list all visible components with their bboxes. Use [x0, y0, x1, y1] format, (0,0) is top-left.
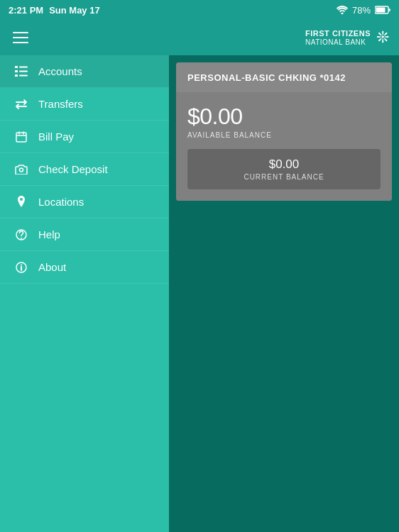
header-logo-text: FIRST CITIZENS NATIONAL BANK	[305, 29, 371, 45]
status-time: 2:21 PM	[9, 5, 43, 16]
sidebar-billpay-label: Bill Pay	[38, 131, 74, 143]
sidebar-item-billpay[interactable]: Bill Pay	[0, 121, 169, 153]
header-logo-right: FIRST CITIZENS NATIONAL BANK ❊	[305, 28, 389, 47]
svg-rect-4	[15, 70, 18, 72]
wifi-icon	[337, 6, 348, 14]
list-icon	[14, 65, 28, 79]
app-container: FIRST CITIZENS NATIONAL BANK ❊	[0, 20, 399, 532]
svg-rect-7	[19, 74, 28, 76]
snowflake-icon: ❊	[376, 28, 389, 47]
calendar-icon	[14, 130, 28, 144]
status-bar: 2:21 PM Sun May 17 78%	[0, 0, 399, 20]
sidebar: Accounts Transfers Bil	[0, 55, 169, 532]
svg-rect-3	[19, 66, 28, 67]
account-title: PERSONAL-BASIC CHKING *0142	[187, 72, 346, 83]
svg-point-9	[20, 168, 23, 172]
transfer-icon	[14, 97, 28, 111]
battery-percentage: 78%	[352, 5, 371, 16]
header-logo-line1: FIRST CITIZENS	[305, 29, 371, 38]
current-balance-amount: $0.00	[199, 157, 369, 172]
sidebar-help-label: Help	[38, 228, 60, 240]
pin-icon	[14, 195, 28, 209]
sidebar-item-transfers[interactable]: Transfers	[0, 88, 169, 121]
sidebar-item-accounts[interactable]: Accounts	[0, 55, 169, 88]
account-card-header: PERSONAL-BASIC CHKING *0142	[176, 62, 392, 92]
hamburger-line-3	[13, 42, 28, 43]
svg-rect-5	[19, 70, 28, 72]
sidebar-transfers-label: Transfers	[38, 98, 83, 110]
status-date: Sun May 17	[49, 5, 100, 16]
svg-point-13	[21, 264, 22, 265]
current-balance-label: CURRENT BALANCE	[199, 173, 369, 181]
main-content: PERSONAL-BASIC CHKING *0142 $0.00 AVAILA…	[169, 55, 399, 532]
sidebar-item-checkdeposit[interactable]: Check Deposit	[0, 153, 169, 186]
status-bar-right: 78%	[337, 5, 390, 16]
sidebar-about-label: About	[38, 261, 66, 273]
sidebar-item-locations[interactable]: Locations	[0, 186, 169, 218]
svg-rect-6	[15, 74, 18, 77]
body-container: Accounts Transfers Bil	[0, 55, 399, 532]
available-balance-label: AVAILABLE BALANCE	[187, 131, 381, 139]
battery-icon	[375, 6, 390, 14]
hamburger-line-1	[13, 32, 28, 33]
menu-button[interactable]	[10, 29, 31, 46]
sidebar-item-help[interactable]: Help	[0, 218, 169, 251]
account-card: PERSONAL-BASIC CHKING *0142 $0.00 AVAILA…	[176, 62, 392, 201]
sidebar-checkdeposit-label: Check Deposit	[38, 163, 108, 175]
hamburger-line-2	[13, 37, 28, 38]
sidebar-locations-label: Locations	[38, 196, 84, 208]
svg-rect-2	[15, 66, 18, 68]
sidebar-accounts-label: Accounts	[38, 65, 82, 77]
available-balance-amount: $0.00	[187, 104, 381, 130]
svg-rect-8	[16, 133, 26, 142]
sidebar-item-about[interactable]: About	[0, 251, 169, 284]
camera-icon	[14, 162, 28, 177]
status-bar-left: 2:21 PM Sun May 17	[9, 5, 100, 16]
svg-point-11	[21, 238, 22, 239]
info-icon	[14, 260, 28, 275]
header-logo-line2: NATIONAL BANK	[305, 38, 371, 46]
svg-rect-1	[376, 8, 386, 13]
help-icon	[14, 228, 28, 242]
app-header: FIRST CITIZENS NATIONAL BANK ❊	[0, 20, 399, 55]
account-card-body: $0.00 AVAILABLE BALANCE $0.00 CURRENT BA…	[176, 92, 392, 201]
current-balance-box: $0.00 CURRENT BALANCE	[187, 149, 381, 189]
